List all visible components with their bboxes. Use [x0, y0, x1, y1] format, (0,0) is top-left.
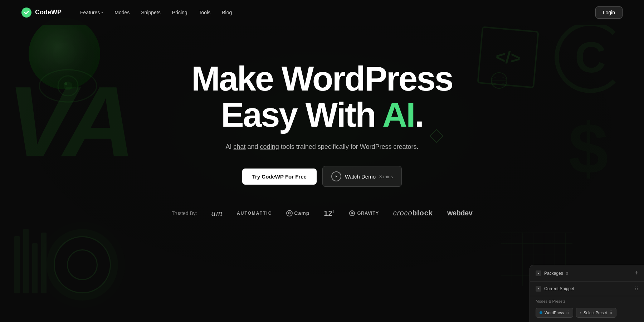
- wp-drag-handle: ⠿: [566, 310, 569, 315]
- trusted-by-section: Trusted By: am AUTOMATTIC ⚙ Camp 12↑ ◉ G…: [172, 208, 473, 218]
- trusted-logo-crocoblock: crocoblock: [393, 209, 433, 217]
- panel-packages-label: ▪ Packages 0: [536, 270, 568, 276]
- preset-icon: ▪: [580, 311, 581, 315]
- select-preset-button[interactable]: ▪ Select Preset ⠿: [576, 308, 616, 318]
- nav-left: CodeWP Features ▾ Modes Snippets Pricing…: [21, 8, 236, 18]
- nav-right: Login: [595, 6, 623, 19]
- nav-item-pricing[interactable]: Pricing: [168, 8, 192, 18]
- nav-item-modes[interactable]: Modes: [110, 8, 134, 18]
- trusted-logo-webdev: webdev: [447, 209, 472, 217]
- svg-rect-9: [23, 229, 29, 293]
- nav-links: Features ▾ Modes Snippets Pricing Tools …: [76, 8, 236, 18]
- logo-text: CodeWP: [35, 9, 62, 16]
- modes-buttons-row: WordPress ⠿ ▪ Select Preset ⠿: [530, 305, 644, 322]
- bg-left-bars: [11, 222, 54, 293]
- trusted-label: Trusted By:: [172, 210, 197, 216]
- panel-snippet-label: ▪ Current Snippet: [536, 286, 574, 292]
- trusted-logo-gravity: ◉ GRAVITY: [349, 210, 379, 216]
- snippet-icon: ▪: [536, 286, 541, 292]
- panel-snippet-row: ▪ Current Snippet ⠿: [530, 282, 644, 296]
- features-chevron-icon: ▾: [101, 10, 103, 14]
- play-icon: [331, 171, 341, 181]
- svg-rect-8: [14, 236, 20, 293]
- code-panel: ▪ Packages 0 + ▪ Current Snippet ⠿ Modes…: [530, 265, 644, 322]
- wp-dot-icon: [540, 311, 542, 314]
- hero-buttons: Try CodeWP For Free Watch Demo 3 mins: [242, 166, 402, 187]
- hero-section: Make WordPress Easy With AI. AI chat and…: [0, 25, 644, 218]
- trusted-logo-tcamp: ⚙ Camp: [286, 210, 309, 216]
- hero-subtitle: AI chat and coding tools trained specifi…: [226, 142, 419, 152]
- watch-demo-button[interactable]: Watch Demo 3 mins: [322, 166, 402, 187]
- trusted-logos: am AUTOMATTIC ⚙ Camp 12↑ ◉ GRAVITY croco…: [211, 208, 473, 218]
- trusted-logo-wpup: 12↑: [324, 209, 335, 218]
- svg-rect-10: [32, 243, 38, 293]
- nav-item-blog[interactable]: Blog: [218, 8, 236, 18]
- snippet-drag-handle[interactable]: ⠿: [635, 286, 638, 292]
- navbar: CodeWP Features ▾ Modes Snippets Pricing…: [0, 0, 644, 25]
- trusted-logo-automattic: AUTOMATTIC: [237, 211, 272, 216]
- trusted-logo-am: am: [211, 208, 223, 218]
- panel-add-button[interactable]: +: [634, 269, 638, 277]
- demo-duration: 3 mins: [379, 174, 393, 179]
- modes-section-label: Modes & Presets: [530, 296, 644, 305]
- nav-item-features[interactable]: Features ▾: [76, 8, 107, 18]
- login-button[interactable]: Login: [595, 6, 623, 19]
- wordpress-mode-button[interactable]: WordPress ⠿: [536, 308, 573, 318]
- panel-modes-section: Modes & Presets WordPress ⠿ ▪ Select Pre…: [530, 296, 644, 322]
- nav-item-snippets[interactable]: Snippets: [137, 8, 165, 18]
- svg-rect-11: [41, 233, 47, 293]
- panel-packages-row: ▪ Packages 0 +: [530, 265, 644, 282]
- logo[interactable]: CodeWP: [21, 8, 62, 18]
- nav-item-tools[interactable]: Tools: [195, 8, 215, 18]
- cta-primary-button[interactable]: Try CodeWP For Free: [242, 169, 317, 185]
- hero-title: Make WordPress Easy With AI.: [191, 61, 453, 133]
- preset-drag-handle: ⠿: [609, 310, 613, 315]
- packages-count: 0: [566, 271, 568, 275]
- logo-icon: [21, 8, 31, 18]
- packages-icon: ▪: [536, 270, 541, 276]
- ai-highlight: AI: [382, 96, 415, 134]
- bg-target: [54, 236, 111, 293]
